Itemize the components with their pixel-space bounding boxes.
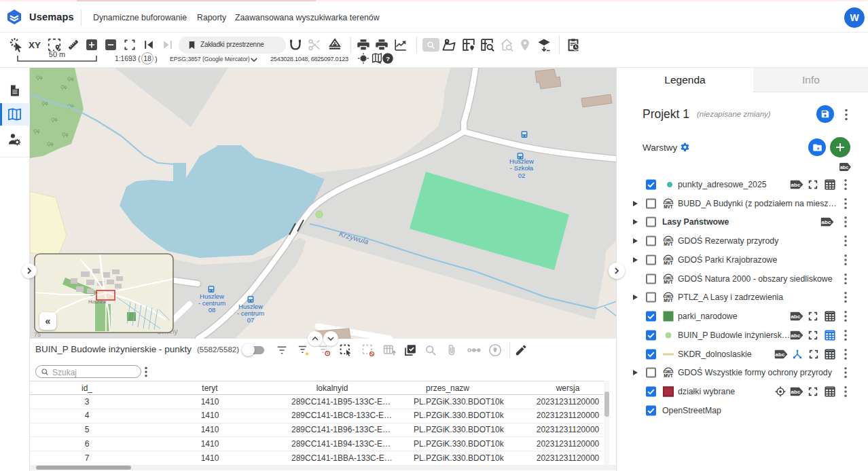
svg-text:abc: abc <box>791 389 801 395</box>
svg-text:MVT: MVT <box>664 260 673 265</box>
svg-text:abc: abc <box>822 219 831 225</box>
svg-text:MVT: MVT <box>664 373 673 377</box>
svg-text:abc: abc <box>791 314 801 320</box>
svg-text:abc: abc <box>791 333 801 339</box>
svg-text:Huszlew: Huszlew <box>88 299 107 304</box>
svg-text:MVT: MVT <box>664 297 673 302</box>
svg-text:08: 08 <box>209 306 216 314</box>
svg-text:07: 07 <box>247 316 255 324</box>
svg-text:MVT: MVT <box>664 279 673 284</box>
svg-text:?: ? <box>386 55 390 62</box>
svg-text:MVT: MVT <box>664 204 673 208</box>
svg-text:- Szkoła: - Szkoła <box>510 164 534 172</box>
svg-text:abc: abc <box>776 352 785 358</box>
svg-text:MVT: MVT <box>664 241 673 246</box>
svg-text:02: 02 <box>518 172 526 179</box>
svg-text:abc: abc <box>791 182 801 188</box>
svg-text:abc: abc <box>840 165 848 170</box>
